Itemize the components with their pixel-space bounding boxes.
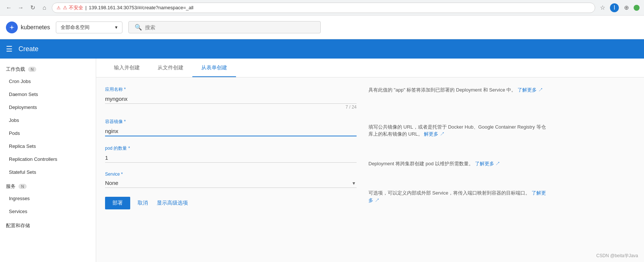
container-image-label: 容器镜像 * (105, 119, 357, 125)
kubernetes-logo-icon (6, 21, 18, 33)
page-title: Create (18, 45, 38, 53)
search-input[interactable] (145, 24, 314, 30)
button-row: 部署 取消 显示高级选项 (105, 197, 357, 209)
service-help-text: 可选项，可以定义内部或外部 Service，将传入端口映射到容器的目标端口。 了… (368, 189, 546, 204)
namespace-selector[interactable]: 全部命名空间 ▾ (56, 21, 122, 33)
sidebar-item-stateful-sets[interactable]: Stateful Sets (0, 166, 96, 179)
service-select[interactable]: None 内部 外部 (105, 178, 357, 188)
tabs-bar: 输入并创建 从文件创建 从表单创建 (96, 59, 644, 77)
tab-form-create[interactable]: 从表单创建 (192, 59, 236, 77)
image-help-text: 填写公共镜像的 URL，或者是托管于 Docker Hub、Google Con… (368, 123, 546, 138)
hamburger-icon[interactable]: ☰ (6, 44, 13, 53)
address-text: 139.198.161.34:30753/#/create?namespace=… (89, 5, 193, 10)
services-label: 服务 (6, 183, 16, 190)
pod-count-group: pod 的数量 * (105, 145, 357, 163)
forward-button[interactable]: → (16, 3, 25, 12)
form-main: 应用名称 * 7 / 24 容器镜像 * pod 的数量 * Service * (105, 86, 357, 210)
service-select-wrapper: None 内部 外部 ▾ (105, 178, 357, 188)
bookmark-button[interactable]: ☆ (598, 3, 607, 12)
app-body: 工作负载 N Cron Jobs Daemon Sets Deployments… (0, 59, 644, 262)
profile-button[interactable]: I (610, 3, 619, 12)
sidebar: 工作负载 N Cron Jobs Daemon Sets Deployments… (0, 59, 96, 262)
top-navbar: kubernetes 全部命名空间 ▾ 🔍 (0, 16, 644, 39)
tab-input-create[interactable]: 输入并创建 (105, 59, 149, 77)
kubernetes-logo-text: kubernetes (21, 24, 50, 31)
refresh-button[interactable]: ↻ (28, 3, 37, 12)
sidebar-item-replication-controllers[interactable]: Replication Controllers (0, 153, 96, 166)
deploy-button[interactable]: 部署 (105, 197, 130, 209)
pod-help-link[interactable]: 了解更多 ↗ (475, 161, 500, 166)
security-warning-text: ⚠ 不安全 (63, 4, 83, 11)
back-button[interactable]: ← (4, 3, 13, 12)
search-bar[interactable]: 🔍 (128, 21, 321, 33)
workloads-label: 工作负载 (6, 66, 25, 73)
services-section-header: 服务 N (0, 179, 96, 192)
sidebar-item-jobs[interactable]: Jobs (0, 114, 96, 127)
browser-bar: ← → ↻ ⌂ ⚠ ⚠ 不安全 | 139.198.161.34:30753/#… (0, 0, 644, 16)
sidebar-item-replica-sets[interactable]: Replica Sets (0, 140, 96, 153)
service-group: Service * None 内部 外部 ▾ (105, 172, 357, 188)
address-separator: | (85, 5, 87, 10)
cancel-button[interactable]: 取消 (136, 197, 149, 209)
container-image-input[interactable] (105, 126, 357, 136)
home-button[interactable]: ⌂ (40, 3, 49, 12)
app-name-input[interactable] (105, 94, 357, 104)
container-image-group: 容器镜像 * (105, 119, 357, 136)
app-name-label: 应用名称 * (105, 86, 357, 93)
status-button[interactable] (634, 5, 640, 11)
extension-button[interactable]: ⊕ (622, 3, 631, 12)
workloads-badge: N (28, 67, 36, 72)
sidebar-item-ingresses[interactable]: Ingresses (0, 192, 96, 205)
address-bar[interactable]: ⚠ ⚠ 不安全 | 139.198.161.34:30753/#/create?… (52, 3, 595, 13)
search-icon: 🔍 (135, 24, 142, 31)
watermark: CSDN @beita学Java (596, 253, 638, 259)
sidebar-item-deployments[interactable]: Deployments (0, 101, 96, 114)
config-label: 配置和存储 (6, 222, 30, 229)
sidebar-item-pods[interactable]: Pods (0, 127, 96, 140)
tab-file-create[interactable]: 从文件创建 (149, 59, 192, 77)
pod-help-text: Deployment 将跨集群创建 pod 以维护所需数量。 了解更多 ↗ (368, 160, 546, 168)
sidebar-item-daemon-sets[interactable]: Daemon Sets (0, 88, 96, 101)
form-area: 应用名称 * 7 / 24 容器镜像 * pod 的数量 * Service * (96, 77, 644, 219)
sidebar-item-cron-jobs[interactable]: Cron Jobs (0, 75, 96, 88)
app-name-group: 应用名称 * 7 / 24 (105, 86, 357, 110)
service-label: Service * (105, 172, 357, 177)
page-header: ☰ Create (0, 39, 644, 59)
pod-count-label: pod 的数量 * (105, 145, 357, 152)
security-warning-icon: ⚠ (57, 5, 61, 10)
namespace-selector-label: 全部命名空间 (61, 24, 90, 31)
advanced-options-button[interactable]: 显示高级选项 (155, 197, 189, 209)
services-badge: N (18, 184, 27, 189)
sidebar-item-services[interactable]: Services (0, 205, 96, 218)
config-section-header: 配置和存储 (0, 218, 96, 231)
workloads-section-header: 工作负载 N (0, 62, 96, 75)
main-content: 输入并创建 从文件创建 从表单创建 应用名称 * 7 / 24 容器镜像 * (96, 59, 644, 262)
pod-count-input[interactable] (105, 153, 357, 163)
svg-point-1 (11, 27, 13, 28)
app-name-char-count: 7 / 24 (105, 105, 357, 110)
image-help-link[interactable]: 解更多 ↗ (424, 131, 445, 137)
app-name-help-link[interactable]: 了解更多 ↗ (517, 87, 543, 93)
form-help: 具有此值的 "app" 标签将添加到已部署的 Deployment 和 Serv… (368, 86, 546, 210)
namespace-selector-arrow: ▾ (115, 24, 118, 30)
kubernetes-logo: kubernetes (6, 21, 50, 33)
app-name-help-text: 具有此值的 "app" 标签将添加到已部署的 Deployment 和 Serv… (368, 86, 546, 94)
